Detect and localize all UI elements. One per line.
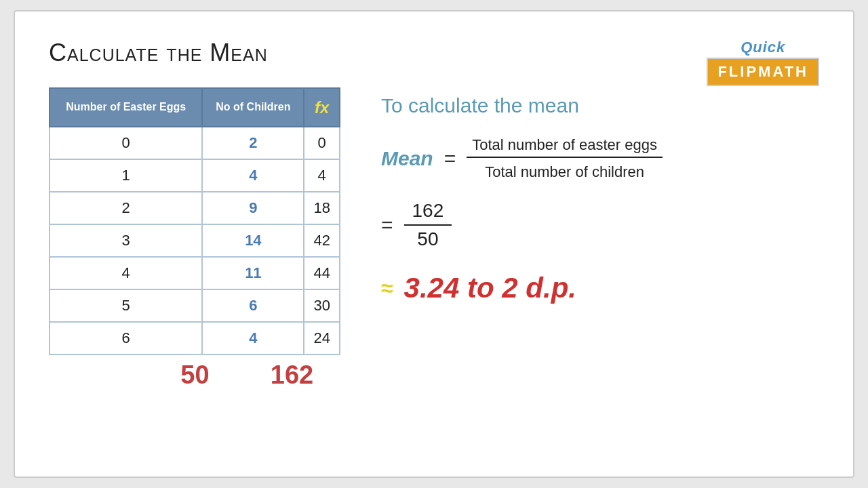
mean-label: Mean — [381, 147, 433, 170]
result-value: 3.24 to 2 d.p. — [404, 272, 576, 304]
table-row: 2918 — [50, 192, 340, 224]
cell-x: 4 — [50, 257, 202, 289]
cell-fx: 0 — [304, 127, 340, 159]
logo-quick-text: Quick — [707, 39, 819, 56]
cell-freq: 9 — [202, 192, 304, 224]
table-row: 5630 — [50, 289, 340, 322]
cell-fx: 24 — [304, 322, 340, 354]
num-top: 162 — [404, 200, 452, 226]
num-bottom: 50 — [409, 226, 446, 250]
total-fx: 162 — [243, 361, 340, 390]
totals-row: 50 162 — [49, 361, 340, 390]
cell-fx: 18 — [304, 192, 340, 224]
col-header-fx: fx — [304, 88, 340, 127]
result-line: ≈ 3.24 to 2 d.p. — [381, 272, 819, 304]
cell-freq: 6 — [202, 289, 304, 322]
approx-sign: ≈ — [381, 276, 393, 301]
data-table: Number of Easter Eggs No of Children fx … — [49, 87, 340, 355]
fraction: Total number of easter eggs Total number… — [467, 136, 663, 181]
cell-x: 0 — [50, 127, 202, 159]
cell-freq: 11 — [202, 257, 304, 289]
page-title: Calculate the Mean — [49, 39, 819, 67]
equals-sign: = — [444, 147, 456, 170]
numeric-equals: = — [381, 214, 393, 237]
cell-fx: 4 — [304, 159, 340, 192]
cell-freq: 14 — [202, 224, 304, 257]
cell-x: 3 — [50, 224, 202, 257]
cell-x: 5 — [50, 289, 202, 322]
cell-fx: 42 — [304, 224, 340, 257]
cell-x: 1 — [50, 159, 202, 192]
col-header-eggs: Number of Easter Eggs — [50, 88, 202, 127]
cell-freq: 4 — [202, 322, 304, 354]
total-freq: 50 — [146, 361, 243, 390]
table-row: 41144 — [50, 257, 340, 289]
content-area: Number of Easter Eggs No of Children fx … — [49, 87, 819, 390]
cell-fx: 30 — [304, 289, 340, 322]
cell-x: 6 — [50, 322, 202, 354]
table-row: 020 — [50, 127, 340, 159]
logo: Quick FLIPMATH — [707, 39, 819, 86]
table-row: 31442 — [50, 224, 340, 257]
numeric-formula: = 162 50 — [381, 200, 819, 250]
cell-freq: 2 — [202, 127, 304, 159]
cell-fx: 44 — [304, 257, 340, 289]
mean-formula: Mean = Total number of easter eggs Total… — [381, 136, 819, 181]
table-row: 6424 — [50, 322, 340, 354]
to-calculate-text: To calculate the mean — [381, 94, 819, 117]
formula-section: To calculate the mean Mean = Total numbe… — [381, 87, 819, 304]
slide: Quick FLIPMATH Calculate the Mean Number… — [14, 10, 854, 478]
cell-freq: 4 — [202, 159, 304, 192]
cell-x: 2 — [50, 192, 202, 224]
table-row: 144 — [50, 159, 340, 192]
table-section: Number of Easter Eggs No of Children fx … — [49, 87, 340, 390]
logo-flipmath-text: FLIPMATH — [707, 58, 819, 86]
numeric-fraction: 162 50 — [404, 200, 452, 250]
col-header-children: No of Children — [202, 88, 304, 127]
fraction-denominator: Total number of children — [479, 161, 650, 181]
fraction-numerator: Total number of easter eggs — [467, 136, 663, 158]
